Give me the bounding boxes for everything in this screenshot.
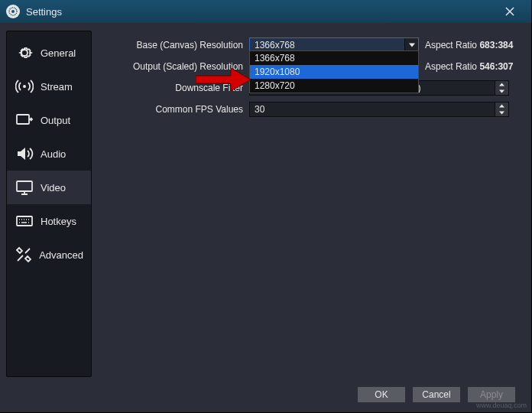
sidebar-item-label: Audio (41, 148, 66, 160)
fps-select[interactable]: 30 (249, 102, 509, 117)
monitor-icon (15, 177, 34, 197)
dropdown-option[interactable]: 1366x768 (250, 51, 418, 65)
svg-rect-4 (17, 181, 32, 191)
fps-value: 30 (250, 104, 495, 115)
svg-rect-3 (17, 115, 29, 124)
spinner-arrows[interactable] (495, 81, 508, 95)
sidebar-item-label: Output (41, 115, 70, 126)
fps-row: Common FPS Values 30 (96, 99, 525, 119)
chevron-down-icon[interactable] (495, 88, 508, 95)
close-button[interactable] (495, 0, 525, 23)
sidebar-item-label: Video (41, 182, 66, 193)
sidebar-item-general[interactable]: General (7, 36, 91, 70)
ok-button[interactable]: OK (357, 386, 406, 403)
footer: OK Cancel Apply (0, 377, 531, 412)
titlebar: Settings (0, 0, 531, 23)
apply-button[interactable]: Apply (467, 386, 516, 403)
svg-rect-5 (17, 216, 32, 226)
base-resolution-label: Base (Canvas) Resolution (96, 40, 249, 50)
sidebar-item-output[interactable]: Output (7, 103, 91, 137)
window-title: Settings (26, 6, 495, 18)
sidebar-item-video[interactable]: Video (7, 171, 91, 204)
chevron-up-icon[interactable] (495, 81, 508, 88)
sidebar-item-label: General (41, 47, 76, 59)
base-resolution-dropdown: 1366x768 1920x1080 1280x720 (249, 50, 419, 93)
broadcast-icon (15, 76, 34, 96)
sidebar-item-audio[interactable]: Audio (7, 137, 91, 171)
output-resolution-label: Output (Scaled) Resolution (96, 61, 249, 72)
tools-icon (15, 245, 33, 265)
chevron-down-icon[interactable] (495, 109, 508, 116)
chevron-up-icon[interactable] (495, 102, 508, 109)
base-resolution-value: 1366x768 (250, 40, 404, 50)
svg-point-2 (23, 85, 26, 88)
spinner-arrows[interactable] (495, 102, 508, 116)
output-icon (15, 110, 34, 130)
dropdown-option[interactable]: 1920x1080 (250, 65, 418, 79)
dropdown-option[interactable]: 1280x720 (250, 79, 418, 93)
output-aspect-ratio: Aspect Ratio 546:307 (419, 61, 513, 72)
gear-icon (15, 43, 34, 63)
sidebar-item-hotkeys[interactable]: Hotkeys (7, 204, 91, 238)
fps-label: Common FPS Values (96, 104, 249, 115)
app-icon (6, 5, 20, 18)
body: General Stream Output Audio (0, 23, 531, 377)
settings-window: Settings General Stream (0, 0, 532, 413)
sidebar-item-stream[interactable]: Stream (7, 70, 91, 103)
main-panel: Base (Canvas) Resolution 1366x768 Aspect… (96, 31, 525, 377)
sidebar-item-label: Advanced (39, 249, 83, 261)
keyboard-icon (15, 211, 34, 231)
speaker-icon (15, 144, 34, 164)
base-resolution-row: Base (Canvas) Resolution 1366x768 Aspect… (96, 35, 525, 55)
cancel-button[interactable]: Cancel (412, 386, 461, 403)
base-aspect-ratio: Aspect Ratio 683:384 (419, 40, 513, 50)
sidebar: General Stream Output Audio (6, 31, 92, 377)
downscale-filter-label: Downscale Filter (96, 83, 249, 93)
svg-point-0 (11, 10, 15, 13)
sidebar-item-label: Stream (41, 81, 73, 93)
watermark: www.deuaq.com (476, 402, 527, 409)
sidebar-item-label: Hotkeys (41, 216, 76, 227)
sidebar-item-advanced[interactable]: Advanced (7, 238, 91, 272)
